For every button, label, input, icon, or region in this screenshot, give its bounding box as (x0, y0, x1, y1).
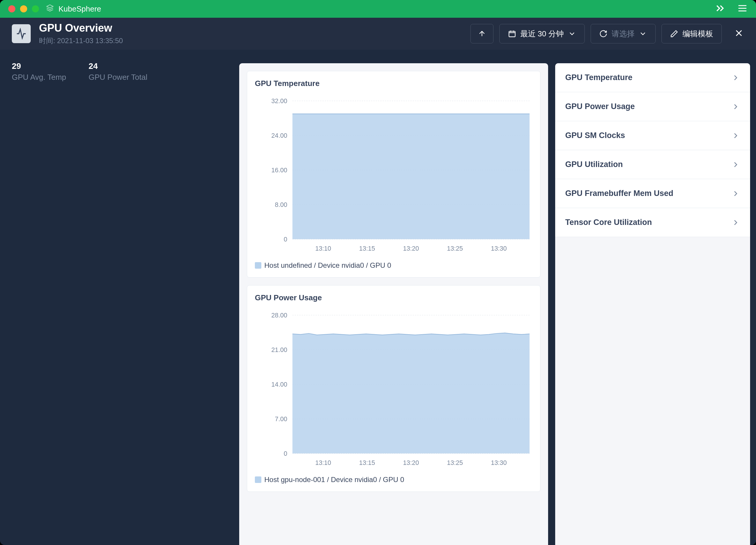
chevron-right-icon (731, 189, 740, 198)
chart-legend: Host gpu-node-001 / Device nvidia0 / GPU… (255, 476, 532, 484)
svg-text:13:30: 13:30 (491, 460, 507, 467)
metrics-nav-item[interactable]: GPU SM Clocks (555, 121, 750, 150)
nav-item-label: GPU SM Clocks (565, 131, 625, 140)
svg-text:14.00: 14.00 (271, 381, 287, 388)
nav-item-label: GPU Utilization (565, 160, 623, 169)
calendar-icon (508, 30, 516, 38)
nav-item-label: Tensor Core Utilization (565, 218, 652, 227)
refresh-icon (599, 30, 607, 38)
svg-text:32.00: 32.00 (271, 97, 287, 105)
chevron-down-icon (568, 30, 576, 38)
kubesphere-logo-icon (46, 4, 54, 14)
chart-card: GPU Temperature 08.0016.0024.0032.0013:1… (247, 71, 540, 278)
window-maximize-traffic[interactable] (32, 5, 39, 12)
chart-title: GPU Temperature (255, 79, 532, 88)
upload-button[interactable] (470, 24, 493, 43)
svg-text:24.00: 24.00 (271, 132, 287, 139)
resource-selector-placeholder: 请选择 (612, 29, 635, 39)
chevron-right-icon (731, 131, 740, 140)
svg-text:13:25: 13:25 (447, 460, 463, 467)
stat-label: GPU Avg. Temp (12, 73, 71, 82)
svg-text:13:10: 13:10 (315, 460, 331, 467)
svg-rect-0 (509, 31, 515, 37)
svg-text:28.00: 28.00 (271, 312, 287, 319)
metrics-nav-item[interactable]: GPU Framebuffer Mem Used (555, 179, 750, 208)
chevron-down-icon (639, 30, 647, 38)
svg-text:0: 0 (284, 450, 287, 457)
metrics-nav: GPU Temperature GPU Power Usage GPU SM C… (555, 63, 750, 545)
legend-label: Host undefined / Device nvidia0 / GPU 0 (264, 261, 391, 269)
page-title: GPU Overview (39, 22, 123, 34)
edit-template-label: 编辑模板 (682, 29, 713, 39)
metrics-nav-item[interactable]: GPU Utilization (555, 150, 750, 179)
page-header: GPU Overview 时间: 2021-11-03 13:35:50 最近 … (0, 18, 756, 50)
menu-icon[interactable] (737, 3, 748, 15)
window-close-traffic[interactable] (8, 5, 15, 12)
page-subtitle: 时间: 2021-11-03 13:35:50 (39, 36, 123, 45)
collapse-icon[interactable] (715, 3, 725, 15)
svg-text:13:20: 13:20 (403, 460, 419, 467)
svg-text:16.00: 16.00 (271, 167, 287, 174)
svg-text:7.00: 7.00 (275, 416, 287, 423)
nav-item-label: GPU Framebuffer Mem Used (565, 189, 673, 198)
chart-plot-area[interactable]: 08.0016.0024.0032.0013:1013:1513:2013:25… (255, 93, 532, 255)
title-bar-app-name: KubeSphere (58, 4, 101, 14)
nav-item-label: GPU Temperature (565, 73, 633, 82)
gpu-overview-page-icon (12, 24, 31, 43)
svg-text:21.00: 21.00 (271, 347, 287, 354)
close-icon (734, 28, 744, 38)
metrics-nav-item[interactable]: GPU Temperature (555, 63, 750, 92)
edit-icon (670, 30, 678, 38)
svg-text:13:10: 13:10 (315, 245, 331, 252)
metrics-nav-item[interactable]: Tensor Core Utilization (555, 208, 750, 237)
legend-swatch (255, 476, 261, 483)
edit-template-button[interactable]: 编辑模板 (661, 24, 722, 43)
title-bar: KubeSphere (0, 0, 756, 18)
close-button[interactable] (734, 28, 744, 40)
chart-card: GPU Power Usage 07.0014.0021.0028.0013:1… (247, 285, 540, 492)
svg-text:13:25: 13:25 (447, 245, 463, 252)
stat-block: 29 GPU Avg. Temp (12, 61, 71, 533)
legend-swatch (255, 262, 261, 268)
resource-selector[interactable]: 请选择 (591, 24, 656, 43)
svg-text:13:15: 13:15 (359, 245, 375, 252)
metrics-nav-item[interactable]: GPU Power Usage (555, 92, 750, 121)
window-minimize-traffic[interactable] (20, 5, 27, 12)
svg-text:0: 0 (284, 236, 287, 243)
chart-title: GPU Power Usage (255, 293, 532, 302)
stat-label: GPU Power Total (89, 73, 148, 82)
nav-item-label: GPU Power Usage (565, 102, 635, 111)
chevron-right-icon (731, 218, 740, 227)
svg-text:13:30: 13:30 (491, 245, 507, 252)
stat-block: 24 GPU Power Total (89, 61, 148, 533)
time-range-selector[interactable]: 最近 30 分钟 (499, 24, 585, 43)
svg-text:13:20: 13:20 (403, 245, 419, 252)
summary-stats: 29 GPU Avg. Temp24 GPU Power Total (0, 50, 239, 545)
charts-panel: GPU Temperature 08.0016.0024.0032.0013:1… (239, 63, 548, 545)
svg-text:13:15: 13:15 (359, 460, 375, 467)
chevron-right-icon (731, 73, 740, 82)
chart-legend: Host undefined / Device nvidia0 / GPU 0 (255, 261, 532, 269)
chart-plot-area[interactable]: 07.0014.0021.0028.0013:1013:1513:2013:25… (255, 308, 532, 470)
time-range-label: 最近 30 分钟 (520, 29, 564, 39)
upload-icon (478, 30, 486, 38)
chevron-right-icon (731, 102, 740, 111)
stat-value: 24 (89, 61, 148, 71)
stat-value: 29 (12, 61, 71, 71)
legend-label: Host gpu-node-001 / Device nvidia0 / GPU… (264, 476, 404, 484)
svg-text:8.00: 8.00 (275, 201, 287, 208)
chevron-right-icon (731, 160, 740, 169)
